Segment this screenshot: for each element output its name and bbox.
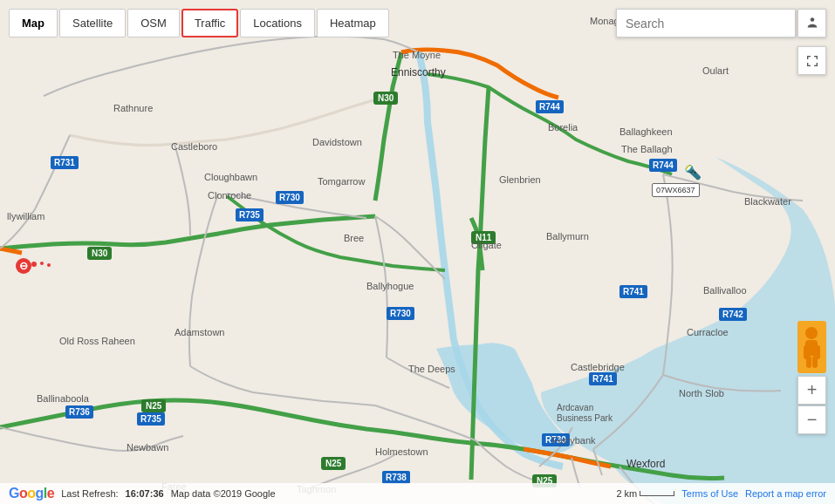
svg-point-1 (810, 17, 814, 22)
traffic-dot-2 (40, 262, 44, 265)
svg-rect-7 (806, 356, 811, 368)
road-badge-r730-mid: R730 (387, 307, 414, 320)
road-badge-r742: R742 (719, 308, 747, 321)
top-bar: Map Satellite OSM Traffic Locations Heat… (9, 9, 389, 37)
vehicle-marker: 07WX6637 (652, 183, 700, 197)
road-badge-r736: R736 (65, 405, 93, 419)
road-badge-r744-2: R744 (649, 159, 677, 172)
scale-bar: 2 km (616, 488, 674, 499)
svg-point-3 (805, 327, 818, 339)
tab-satellite[interactable]: Satellite (59, 9, 126, 37)
road-badge-r744-1: R744 (536, 100, 564, 113)
road-badge-n30-top: N30 (373, 92, 398, 105)
terms-link[interactable]: Terms of Use (681, 488, 738, 499)
search-container (616, 9, 826, 37)
tab-heatmap[interactable]: Heatmap (317, 9, 389, 37)
tab-traffic[interactable]: Traffic (181, 9, 238, 37)
tab-osm[interactable]: OSM (127, 9, 180, 37)
road-badge-r735-top: R735 (236, 208, 264, 221)
zoom-controls: + − (797, 376, 826, 434)
pegman-icon (797, 321, 826, 373)
report-link[interactable]: Report a map error (745, 488, 826, 499)
road-badge-r735-bot: R735 (137, 412, 165, 426)
google-logo: Google (9, 486, 54, 501)
tab-locations[interactable]: Locations (240, 9, 315, 37)
road-badge-r738: R738 (382, 471, 410, 484)
traffic-incident: ⊖ (16, 258, 31, 274)
road-badge-r730-bot: R730 (542, 433, 570, 446)
bottom-bar: Google Last Refresh: 16:07:36 Map data ©… (0, 483, 835, 504)
lighthouse-icon: 🔦 (684, 164, 702, 180)
street-view-button[interactable] (797, 9, 826, 37)
fullscreen-button[interactable] (797, 46, 826, 75)
tab-map[interactable]: Map (9, 9, 58, 37)
pegman-button[interactable] (797, 321, 826, 373)
map-copyright: Map data ©2019 Google (171, 488, 276, 499)
zoom-in-button[interactable]: + (797, 376, 826, 405)
street-view-icon (804, 16, 820, 31)
road-badge-r731: R731 (51, 156, 79, 169)
map-container: Monageer Oulart Rathnure Enniscorthy The… (0, 0, 835, 504)
traffic-dot-1 (31, 262, 37, 267)
refresh-time: 16:07:36 (126, 488, 164, 499)
road-badge-r741-1: R741 (619, 285, 647, 298)
road-badge-n25-2: N25 (321, 457, 346, 470)
search-input[interactable] (616, 9, 796, 37)
traffic-dot-3 (47, 263, 51, 267)
scale-label: 2 km (616, 488, 637, 499)
road-badge-n25-1: N25 (141, 399, 166, 412)
road-badge-r741-2: R741 (589, 372, 617, 385)
fullscreen-icon (805, 54, 819, 68)
road-badge-n11: N11 (471, 231, 496, 244)
map-svg (0, 0, 835, 504)
zoom-out-button[interactable]: − (797, 405, 826, 434)
refresh-label: Last Refresh: (61, 488, 118, 499)
road-badge-n30-west: N30 (87, 247, 112, 260)
road-badge-r730-top: R730 (276, 191, 304, 204)
scale-line (640, 491, 674, 496)
svg-rect-8 (812, 356, 818, 368)
